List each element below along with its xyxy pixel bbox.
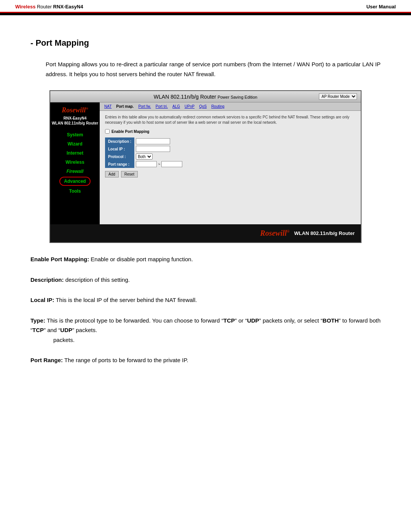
desc-text-port-range: The range of ports to be forward to the … (63, 357, 188, 363)
header-model: RNX-EasyN4 (53, 4, 83, 10)
port-range-separator: ~ (158, 162, 160, 166)
desc-text-local-ip: This is the local IP of the server behin… (54, 297, 197, 303)
desc-text-enable: Enable or disable port mapping function. (89, 256, 193, 262)
sidebar-model: RNX-EasyN4 WLAN 802.11n/b/g Router (52, 116, 98, 126)
table-row: Port range : ~ (105, 160, 184, 168)
router-sidebar: Rosewill RNX-EasyN4 WLAN 802.11n/b/g Rou… (50, 102, 100, 224)
description-label: Description : (105, 137, 134, 145)
intro-text: Port Mapping allows you to re-direct a p… (30, 59, 381, 79)
router-ui-title: WLAN 802.11n/b/g Router Power Saving Edi… (92, 94, 319, 100)
sidebar-item-wireless[interactable]: Wireless (50, 158, 100, 167)
footer-logo: Rosewill (260, 229, 290, 238)
tab-porttri[interactable]: Port tri. (154, 104, 169, 109)
sidebar-item-firewall[interactable]: Firewall (50, 167, 100, 176)
router-ui-header: WLAN 802.11n/b/g Router Power Saving Edi… (50, 91, 361, 102)
local-ip-input[interactable] (136, 146, 170, 152)
sidebar-item-wizard[interactable]: Wizard (50, 139, 100, 149)
port-range-start[interactable] (136, 161, 157, 167)
desc-label-local-ip: Local IP: (30, 297, 54, 303)
header-wireless: Wireless (15, 4, 35, 10)
table-row: Description : (105, 137, 184, 145)
desc-description: Description: description of this setting… (30, 275, 381, 285)
tab-alg[interactable]: ALG (171, 104, 182, 109)
desc-type-packets: packets. (30, 335, 381, 345)
enable-port-mapping-row: Enable Port Mapping (105, 129, 355, 134)
enable-port-mapping-label: Enable Port Mapping (112, 129, 149, 134)
sidebar-item-tools[interactable]: Tools (50, 187, 100, 196)
table-row: Local IP : (105, 145, 184, 153)
tab-nat[interactable]: NAT (103, 104, 113, 109)
header-right: User Manual (366, 4, 396, 10)
router-description: Entries in this table allow you to autom… (105, 115, 355, 125)
router-content: Entries in this table allow you to autom… (100, 111, 361, 224)
router-nav-tabs: NAT Port map. Port fw. Port tri. ALG UPn… (100, 102, 361, 111)
desc-type: Type: This is the protocol type to be fo… (30, 316, 381, 345)
desc-type-text3: ” packets only, or select “ (259, 317, 323, 324)
local-ip-label: Local IP : (105, 145, 134, 153)
desc-label-port-range: Port Range: (30, 357, 63, 363)
router-title-wlan: WLAN 802.11n/b/g Router (154, 94, 216, 100)
page-header: Wireless Router RNX-EasyN4 User Manual (0, 0, 411, 13)
desc-type-text2: ” or “ (235, 317, 247, 324)
section-title: - Port Mapping (30, 38, 381, 48)
tab-portmap[interactable]: Port map. (115, 104, 135, 109)
desc-type-udp1: UDP (247, 317, 259, 324)
button-row: Add Reset (105, 171, 355, 177)
desc-label-description: Description: (30, 276, 64, 283)
sidebar-item-advanced[interactable]: Advanced (59, 177, 90, 186)
reset-button[interactable]: Reset (121, 171, 138, 177)
desc-type-text6: ” packets. (72, 327, 97, 333)
port-range-label: Port range : (105, 160, 134, 168)
footer-model: WLAN 802.11n/b/g Router (294, 230, 355, 236)
add-button[interactable]: Add (105, 171, 119, 177)
main-content: - Port Mapping Port Mapping allows you t… (0, 15, 411, 391)
port-range-end[interactable] (161, 161, 182, 167)
enable-port-mapping-checkbox[interactable] (105, 129, 110, 134)
sidebar-item-internet[interactable]: Internet (50, 149, 100, 158)
port-range-inputs: ~ (136, 161, 182, 167)
router-ui-body: Rosewill RNX-EasyN4 WLAN 802.11n/b/g Rou… (50, 102, 361, 224)
tab-qos[interactable]: QoS (198, 104, 208, 109)
router-main-panel: NAT Port map. Port fw. Port tri. ALG UPn… (100, 102, 361, 224)
desc-type-tcp2: TCP (32, 327, 44, 333)
protocol-label: Protocol : (105, 153, 134, 160)
router-title-power: Power Saving Edition (218, 95, 258, 99)
header-left: Wireless Router RNX-EasyN4 (15, 4, 83, 10)
ap-mode-select[interactable]: AP Router Mode (319, 93, 357, 100)
form-table: Description : Local IP : P (105, 137, 184, 168)
desc-text-description: description of this setting. (64, 276, 130, 283)
header-router: Router (35, 4, 53, 10)
description-input-cell (134, 137, 184, 145)
desc-label-type: Type: (30, 317, 45, 324)
local-ip-input-cell (134, 145, 184, 153)
desc-type-text1: This is the protocol type to be forwarde… (47, 317, 223, 324)
sidebar-logo: Rosewill (62, 106, 88, 114)
desc-enable-port-mapping: Enable Port Mapping: Enable or disable p… (30, 254, 381, 264)
protocol-select-cell: Both TCP UDP (134, 153, 184, 160)
desc-type-udp2: UDP (60, 327, 72, 333)
description-input[interactable] (136, 138, 170, 144)
table-row: Protocol : Both TCP UDP (105, 153, 184, 160)
desc-type-text5: ” and “ (44, 327, 60, 333)
router-footer: Rosewill WLAN 802.11n/b/g Router (50, 224, 361, 242)
ap-mode-container: AP Router Mode (319, 93, 357, 100)
desc-type-tcp1: TCP (223, 317, 235, 324)
protocol-select[interactable]: Both TCP UDP (136, 153, 153, 160)
sidebar-item-system[interactable]: System (50, 130, 100, 139)
port-range-input-cell: ~ (134, 160, 184, 168)
tab-routing[interactable]: Routing (210, 104, 226, 109)
tab-portfw[interactable]: Port fw. (137, 104, 152, 109)
desc-port-range: Port Range: The range of ports to be for… (30, 355, 381, 365)
router-ui-screenshot: WLAN 802.11n/b/g Router Power Saving Edi… (49, 90, 362, 243)
desc-label-enable: Enable Port Mapping: (30, 256, 89, 262)
tab-upnp[interactable]: UPnP (183, 104, 196, 109)
desc-local-ip: Local IP: This is the local IP of the se… (30, 295, 381, 305)
desc-type-both: BOTH (323, 317, 339, 324)
